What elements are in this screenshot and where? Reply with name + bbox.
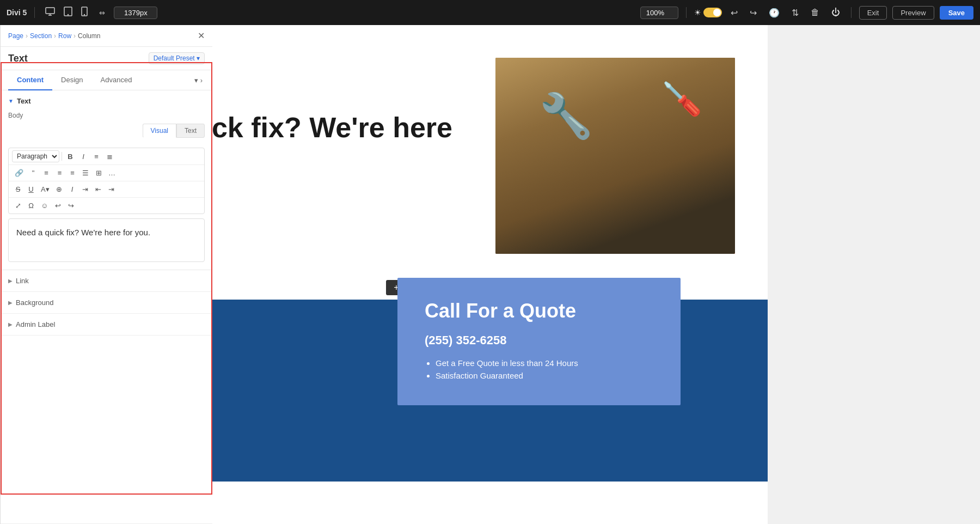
exit-button[interactable]: Exit bbox=[859, 6, 887, 20]
undo-button[interactable]: ↩ bbox=[727, 5, 741, 20]
align-left-button[interactable]: ≡ bbox=[40, 167, 52, 179]
breadcrumb-row[interactable]: Row bbox=[58, 32, 71, 40]
preview-button[interactable]: Preview bbox=[892, 6, 934, 20]
toggle-track[interactable] bbox=[703, 8, 722, 17]
topbar-divider-2 bbox=[686, 7, 687, 18]
panel-content: ▼ Text Body Visual Text bbox=[1, 90, 212, 523]
right-panel: Page › Section › Row › Column ✕ Text Def… bbox=[0, 25, 212, 524]
visual-button[interactable]: Visual bbox=[143, 124, 176, 138]
indent2-button[interactable]: ⇥ bbox=[106, 184, 118, 195]
breadcrumb-column: Column bbox=[78, 32, 100, 40]
paragraph-select[interactable]: ParagraphHeading 1Heading 2Heading 3 bbox=[12, 150, 59, 162]
topbar-divider-1 bbox=[34, 7, 35, 18]
table-button[interactable]: ⊞ bbox=[93, 167, 105, 179]
breadcrumb-section[interactable]: Section bbox=[30, 32, 52, 40]
chevron-down-icon: ▾ bbox=[194, 76, 198, 84]
quote-list: Get a Free Quote in less than 24 Hours S… bbox=[425, 358, 653, 380]
viewport-controls bbox=[42, 5, 90, 20]
svg-point-6 bbox=[84, 15, 85, 15]
preset-selector[interactable]: Default Preset ▾ bbox=[149, 52, 205, 64]
strikethrough-button[interactable]: S bbox=[12, 184, 24, 195]
fullscreen-button[interactable]: ⤢ bbox=[12, 200, 24, 211]
topbar: Divi 5 ⇔ 1379px 100% bbox=[0, 0, 980, 25]
quote-card-title: Call For a Quote bbox=[425, 300, 653, 322]
desktop-view-button[interactable] bbox=[42, 5, 58, 20]
tablet-view-button[interactable] bbox=[61, 5, 75, 20]
arrow-right-icon: › bbox=[200, 76, 203, 84]
toggle-knob bbox=[713, 9, 721, 16]
text-button[interactable]: Text bbox=[176, 124, 205, 138]
text-section-header[interactable]: ▼ Text bbox=[1, 90, 212, 112]
layout-button[interactable]: ⇅ bbox=[788, 5, 802, 20]
topbar-divider-3 bbox=[851, 7, 852, 18]
svg-rect-0 bbox=[46, 8, 54, 14]
quote-button[interactable]: " bbox=[27, 167, 39, 179]
body-label: Body bbox=[8, 112, 205, 119]
link-section-arrow: ▶ bbox=[8, 278, 13, 284]
admin-label-section-label: Admin Label bbox=[16, 320, 55, 328]
indent-button[interactable]: ⇥ bbox=[79, 184, 91, 195]
align-justify-button[interactable]: ☰ bbox=[79, 167, 91, 179]
breadcrumb-sep-2: › bbox=[54, 32, 56, 40]
link-section[interactable]: ▶ Link bbox=[1, 270, 212, 292]
bold-button[interactable]: B bbox=[64, 151, 76, 162]
tab-advanced[interactable]: Advanced bbox=[92, 70, 141, 90]
color-button[interactable]: A▾ bbox=[38, 184, 52, 195]
emoji-button[interactable]: ☺ bbox=[38, 200, 51, 211]
text-editor-area[interactable]: Need a quick fix? We're here for you. bbox=[8, 218, 205, 262]
admin-label-section[interactable]: ▶ Admin Label bbox=[1, 314, 212, 336]
toolbar-row-1: ParagraphHeading 1Heading 2Heading 3 B I… bbox=[9, 148, 204, 165]
redo-button[interactable]: ↪ bbox=[746, 5, 760, 20]
breadcrumb-sep-3: › bbox=[74, 32, 76, 40]
toolbar-row-3: S U A▾ ⊕ I ⇥ ⇤ ⇥ bbox=[9, 181, 204, 198]
quote-list-item-1: Get a Free Quote in less than 24 Hours bbox=[436, 358, 653, 368]
vis-text-container: Visual Text bbox=[8, 124, 205, 143]
editor-undo-button[interactable]: ↩ bbox=[52, 200, 64, 211]
quote-list-item-2: Satisfaction Guaranteed bbox=[436, 371, 653, 380]
editor-redo-button[interactable]: ↪ bbox=[65, 200, 77, 211]
tab-content[interactable]: Content bbox=[8, 70, 52, 90]
toolbar-sep-1 bbox=[62, 152, 62, 161]
responsive-icon[interactable]: ⇔ bbox=[96, 7, 108, 19]
quote-phone: (255) 352-6258 bbox=[425, 333, 653, 348]
background-section[interactable]: ▶ Background bbox=[1, 292, 212, 314]
unordered-list-button[interactable]: ≡ bbox=[90, 151, 102, 162]
background-section-label: Background bbox=[16, 298, 53, 307]
panel-tabs: Content Design Advanced ▾ › bbox=[1, 70, 212, 90]
background-section-arrow: ▶ bbox=[8, 300, 13, 306]
more-button[interactable]: … bbox=[106, 167, 118, 179]
power-button[interactable]: ⏻ bbox=[828, 5, 843, 20]
trash-button[interactable]: 🗑 bbox=[807, 5, 823, 20]
theme-toggle[interactable]: ☀ bbox=[694, 8, 722, 17]
hero-image bbox=[495, 58, 735, 254]
text-section-arrow: ▼ bbox=[8, 98, 14, 104]
outdent-button[interactable]: ⇤ bbox=[93, 184, 105, 195]
toolbar-row-2: 🔗 " ≡ ≡ ≡ ☰ ⊞ … bbox=[9, 165, 204, 181]
underline-button[interactable]: U bbox=[25, 184, 37, 195]
breadcrumb-page[interactable]: Page bbox=[8, 32, 23, 40]
zoom-display[interactable]: 100% bbox=[640, 7, 678, 19]
width-display[interactable]: 1379px bbox=[114, 7, 157, 19]
panel-header: Text Default Preset ▾ bbox=[1, 47, 212, 70]
sun-icon: ☀ bbox=[694, 8, 701, 17]
text-section-label: Text bbox=[17, 97, 31, 105]
save-button[interactable]: Save bbox=[940, 6, 973, 20]
italic-button[interactable]: I bbox=[77, 151, 89, 162]
italic2-button[interactable]: I bbox=[66, 184, 78, 195]
tab-design[interactable]: Design bbox=[52, 70, 91, 90]
ordered-list-button[interactable]: ≣ bbox=[103, 151, 115, 162]
mobile-view-button[interactable] bbox=[78, 5, 90, 20]
history-button[interactable]: 🕐 bbox=[765, 5, 783, 20]
link-section-label: Link bbox=[16, 277, 29, 285]
tab-more[interactable]: ▾ › bbox=[192, 70, 205, 90]
text-section: ▼ Text Body Visual Text bbox=[1, 90, 212, 270]
vis-text-toggle: Visual Text bbox=[143, 124, 205, 138]
link-button[interactable]: 🔗 bbox=[12, 167, 26, 179]
align-center-button[interactable]: ≡ bbox=[53, 167, 65, 179]
omega-button[interactable]: Ω bbox=[25, 200, 37, 211]
panel-close-button[interactable]: ✕ bbox=[198, 31, 205, 41]
align-right-button[interactable]: ≡ bbox=[66, 167, 78, 179]
editor-text: Need a quick fix? We're here for you. bbox=[16, 228, 150, 237]
toolbag-image bbox=[495, 58, 735, 254]
paste-button[interactable]: ⊕ bbox=[53, 184, 65, 195]
